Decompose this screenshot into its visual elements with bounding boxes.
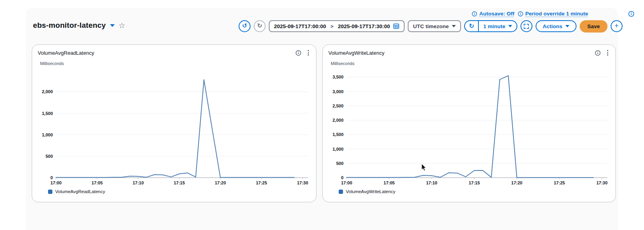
calendar-icon[interactable] [393,23,399,29]
svg-text:2,000: 2,000 [42,89,53,94]
svg-text:1,500: 1,500 [332,132,343,137]
time-range-start: 2025-09-17T17:00:00 [274,23,326,29]
refresh-interval-caret-icon [508,25,512,27]
svg-text:17:20: 17:20 [215,180,226,185]
y-axis-unit-label: Milliseconds [331,61,611,66]
widget-write-latency: VolumeAvgWriteLatency Milliseconds 05001… [322,44,616,202]
actions-dropdown[interactable]: Actions [536,20,577,32]
legend-swatch [48,190,52,194]
svg-text:17:30: 17:30 [596,180,607,185]
info-icon [518,11,523,17]
actions-label: Actions [543,23,563,29]
favorite-star-icon[interactable]: ☆ [119,22,125,29]
legend-item[interactable]: VolumeAvgWriteLatency [339,189,611,194]
timezone-label: UTC timezone [413,23,449,29]
info-icon [472,11,477,17]
undo-button[interactable]: ↺ [239,20,251,32]
timezone-dropdown[interactable]: UTC timezone [408,20,461,32]
svg-text:500: 500 [336,161,343,166]
svg-text:500: 500 [46,154,53,159]
time-range-separator: > [329,23,335,29]
svg-text:17:30: 17:30 [297,180,308,185]
refresh-icon: ↻ [469,23,474,29]
refresh-interval-dropdown[interactable]: 1 minute [479,21,517,31]
svg-text:2,500: 2,500 [332,104,343,108]
svg-text:0: 0 [50,175,53,180]
time-range-picker[interactable]: 2025-09-17T17:00:00 > 2025-09-17T17:30:0… [269,20,405,32]
toolbar: ↺ ↻ 2025-09-17T17:00:00 > 2025-09-17T17:… [239,20,623,33]
refresh-button[interactable]: ↻ [465,21,478,31]
chart-title: VolumeAvgWriteLatency [328,50,384,56]
svg-text:17:15: 17:15 [174,180,185,185]
svg-text:3,500: 3,500 [332,75,343,79]
widget-menu-icon[interactable] [606,49,609,56]
svg-text:17:00: 17:00 [50,180,62,185]
fullscreen-icon [523,23,529,29]
write-latency-chart[interactable]: 05001,0001,5002,0002,5003,0003,50017:001… [328,67,611,187]
refresh-control: ↻ 1 minute [464,20,517,32]
redo-button[interactable]: ↻ [254,20,266,32]
add-widget-button[interactable]: + [611,20,623,32]
period-override-label: Period override 1 minute [525,11,588,17]
plus-icon: + [615,22,619,29]
svg-text:2,000: 2,000 [332,118,343,123]
widget-menu-icon[interactable] [307,49,310,56]
svg-text:1,000: 1,000 [42,132,53,137]
svg-text:17:05: 17:05 [91,180,102,185]
chart-title: VolumeAvgReadLatency [38,50,94,56]
svg-text:17:25: 17:25 [256,180,267,185]
svg-text:17:00: 17:00 [341,180,352,185]
svg-text:3,000: 3,000 [332,89,343,94]
widget-read-latency: VolumeAvgReadLatency Milliseconds 05001,… [32,44,316,202]
autosave-label: Autosave: Off [479,11,515,17]
legend-item[interactable]: VolumeAvgReadLatency [48,189,311,194]
svg-text:17:10: 17:10 [133,180,144,185]
legend-swatch [339,190,343,194]
autosave-link[interactable]: Autosave: Off [472,11,515,17]
svg-text:17:15: 17:15 [469,180,480,185]
refresh-interval-label: 1 minute [483,23,505,29]
svg-text:17:25: 17:25 [554,180,565,185]
period-override-link[interactable]: Period override 1 minute [518,11,588,17]
legend-label: VolumeAvgReadLatency [55,189,105,194]
save-label: Save [587,23,600,29]
legend-label: VolumeAvgWriteLatency [346,189,395,194]
widget-info-icon[interactable] [595,50,601,56]
undo-icon: ↺ [242,23,247,29]
timezone-caret-icon [452,25,456,27]
time-range-end: 2025-09-17T17:30:00 [338,23,390,29]
widget-info-icon[interactable] [295,50,301,56]
redo-icon: ↻ [257,23,262,29]
info-icon [628,11,634,17]
svg-text:1,500: 1,500 [42,111,53,116]
svg-text:1,000: 1,000 [332,147,343,151]
svg-text:17:10: 17:10 [426,180,437,185]
fullscreen-button[interactable] [521,20,532,32]
mouse-cursor [421,163,427,172]
save-button[interactable]: Save [580,20,607,33]
actions-caret-icon [565,25,569,27]
svg-text:17:05: 17:05 [384,180,395,185]
svg-text:0: 0 [341,175,343,180]
dashboard-title-row: ebs-monitor-latency ☆ [33,21,125,30]
read-latency-chart[interactable]: 05001,0001,5002,00017:0017:0517:1017:151… [38,67,311,187]
dashboard-select-caret-icon[interactable] [110,24,115,27]
y-axis-unit-label: Milliseconds [40,61,311,66]
page-title: ebs-monitor-latency [33,21,106,30]
page-help-button[interactable] [628,11,634,17]
svg-text:17:20: 17:20 [511,180,523,185]
